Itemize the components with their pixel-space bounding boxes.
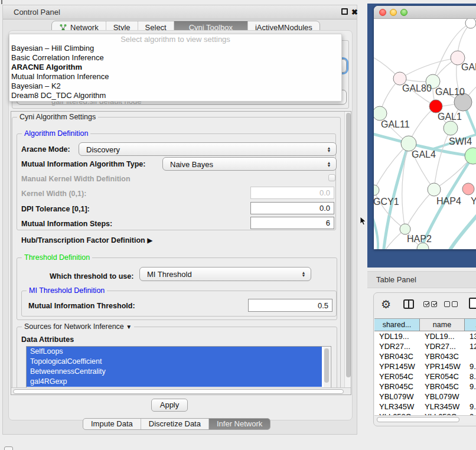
table-row[interactable]: YBR045CYBR045C9. — [374, 381, 476, 392]
settings-vertical-scrollbar[interactable] — [344, 112, 351, 387]
settings-horizontal-scrollbar[interactable] — [11, 387, 351, 394]
algorithm-dropdown: Select algorithm to view settings Bayesi… — [9, 34, 342, 102]
dropdown-item[interactable]: Mutual Information Inference — [9, 72, 341, 81]
aracne-mode-label: Aracne Mode: — [21, 145, 70, 154]
apply-button[interactable]: Apply — [151, 399, 188, 412]
manual-kernel-width-checkbox[interactable] — [328, 174, 335, 181]
collapsed-panel-icon[interactable] — [4, 446, 13, 450]
table-cell: YPR145W — [374, 361, 420, 371]
attr-list-scrollbar-thumb[interactable] — [324, 348, 329, 383]
dropdown-item[interactable]: ARACNE Algorithm — [9, 63, 341, 72]
settings-hscrollbar-thumb[interactable] — [13, 389, 344, 394]
columns-icon[interactable] — [403, 299, 414, 309]
control-panel-title: Control Panel — [14, 5, 60, 19]
table-cell: YPR145W — [420, 361, 465, 371]
graph-node[interactable] — [400, 224, 410, 234]
hub-definition-text: Hub/Transcription Factor Definition — [21, 236, 145, 244]
column-header[interactable]: name — [420, 319, 465, 331]
graph-node[interactable] — [465, 148, 476, 164]
aracne-mode-value: Discovery — [86, 143, 120, 156]
table-cell: 12 — [465, 341, 476, 351]
table-cell: YLR345W — [374, 402, 420, 412]
graph-node[interactable] — [374, 106, 387, 120]
table-cell: YBR045C — [420, 381, 465, 392]
bottom-tabbar: Impute DataDiscretize DataInfer Network — [83, 418, 270, 430]
data-attributes-list[interactable]: SelfLoopsTopologicalCoefficientBetweenne… — [26, 346, 331, 393]
combo-arrows-icon: ▲▼ — [327, 161, 331, 167]
hub-definition-label[interactable]: Hub/Transcription Factor Definition ▶ — [21, 236, 152, 244]
attr-list-scrollbar[interactable] — [324, 347, 330, 392]
graph-node[interactable] — [462, 183, 474, 195]
dropdown-item[interactable]: Bayesian – K2 — [9, 81, 341, 91]
control-panel-titlebar: Control Panel ✖ — [3, 5, 357, 19]
threshold-definition-title: Threshold Definition — [22, 253, 92, 262]
mi-threshold-field[interactable]: 0.5 — [248, 299, 332, 312]
mi-algorithm-type-combo[interactable]: Naive Bayes ▲▼ — [162, 157, 337, 171]
attribute-item[interactable]: BetweennessCentrality — [27, 367, 322, 377]
table-cell: 8. — [465, 371, 476, 381]
attribute-item[interactable]: gal4RGexp — [27, 377, 322, 387]
dropdown-item[interactable]: Dream8 DC_TDC Algorithm — [9, 91, 341, 100]
table-row[interactable]: YBL079WYBL079W — [374, 392, 476, 402]
which-threshold-combo[interactable]: MI Threshold ▲▼ — [139, 267, 311, 281]
table-cell: 13 — [465, 331, 476, 341]
table-cell: YBR043C — [374, 351, 420, 361]
minimize-window-icon[interactable] — [390, 9, 397, 16]
data-attributes-items: SelfLoopsTopologicalCoefficientBetweenne… — [27, 347, 331, 387]
document-icon[interactable] — [469, 298, 476, 309]
graph-node-label: HAP4 — [436, 196, 461, 206]
select-all-check-icon2[interactable] — [431, 301, 437, 307]
graph-node-label: HAP2 — [407, 234, 432, 244]
column-header[interactable]: A — [465, 319, 476, 331]
dpi-tolerance-field[interactable]: 0.0 — [250, 202, 334, 214]
window-edge-artifact — [1, 0, 2, 4]
attribute-item[interactable]: SelfLoops — [27, 347, 322, 357]
table-row[interactable]: YLR345WYLR345W9. — [374, 402, 476, 412]
deselect-all-icon[interactable] — [444, 301, 450, 307]
graph-edge — [374, 144, 409, 190]
dropdown-placeholder: Select algorithm to view settings — [9, 35, 341, 44]
table-horizontal-scrollbar[interactable] — [374, 415, 476, 423]
table-row[interactable]: YDR27...YDR27...12 — [374, 341, 476, 351]
graph-node-label: Y — [471, 196, 476, 206]
table-row[interactable]: YDL19...YDL19...13 — [374, 331, 476, 341]
which-threshold-value: MI Threshold — [147, 268, 192, 282]
gear-icon[interactable]: ⚙ — [381, 298, 391, 311]
close-window-icon[interactable] — [379, 9, 386, 16]
table-row[interactable]: YBR043CYBR043C — [374, 351, 476, 361]
table-panel-titlebar: Table Panel — [367, 271, 476, 288]
dropdown-item[interactable]: Bayesian – Hill Climbing — [9, 44, 341, 53]
settings-vscrollbar-thumb[interactable] — [346, 113, 351, 377]
aracne-mode-combo[interactable]: Discovery ▲▼ — [79, 142, 337, 156]
table-header-row: shared...nameA — [374, 318, 476, 331]
graph-node[interactable] — [465, 19, 476, 28]
graph-node[interactable] — [429, 100, 442, 113]
network-graph[interactable]: GALGAL80GAL10GAL1GAL11GAL4SWI4GCY1HAP4YH… — [374, 19, 476, 249]
dpi-tolerance-label: DPI Tolerance [0,1]: — [21, 205, 90, 213]
float-window-icon[interactable] — [341, 8, 348, 15]
graph-node[interactable] — [374, 185, 379, 195]
bottom-tab-infer-network[interactable]: Infer Network — [208, 419, 270, 429]
attribute-item[interactable]: TopologicalCoefficient — [27, 357, 322, 367]
bottom-tab-discretize-data[interactable]: Discretize Data — [141, 419, 208, 429]
table-hscrollbar-thumb[interactable] — [377, 417, 459, 422]
table-card: ⚙ shared...nameA YDL19...YDL19...13YDR27… — [373, 292, 476, 426]
table-row[interactable]: YPR145WYPR145W9. — [374, 361, 476, 371]
graph-node[interactable] — [444, 121, 458, 135]
expand-arrow-icon[interactable]: ▶ — [147, 236, 152, 244]
algorithm-definition-title: Algorithm Definition — [22, 129, 90, 138]
bottom-tab-impute-data[interactable]: Impute Data — [83, 419, 141, 429]
sources-title-text: Sources for Network Inference — [24, 322, 124, 331]
column-header[interactable]: shared... — [374, 319, 420, 331]
close-panel-icon[interactable]: ✖ — [351, 6, 358, 18]
zoom-window-icon[interactable] — [400, 9, 407, 16]
kernel-width-field[interactable]: 0.0 — [250, 187, 334, 199]
table-row[interactable]: YER054CYER054C8. — [374, 371, 476, 381]
mi-steps-field[interactable]: 6 — [250, 217, 334, 229]
graph-node[interactable] — [428, 183, 441, 196]
dropdown-item[interactable]: Basic Correlation Inference — [9, 53, 341, 63]
collapse-arrow-icon[interactable]: ▼ — [126, 324, 132, 330]
select-all-check-icon[interactable] — [423, 301, 429, 307]
graph-node-label: GAL4 — [412, 149, 436, 159]
deselect-all-icon2[interactable] — [452, 301, 458, 307]
